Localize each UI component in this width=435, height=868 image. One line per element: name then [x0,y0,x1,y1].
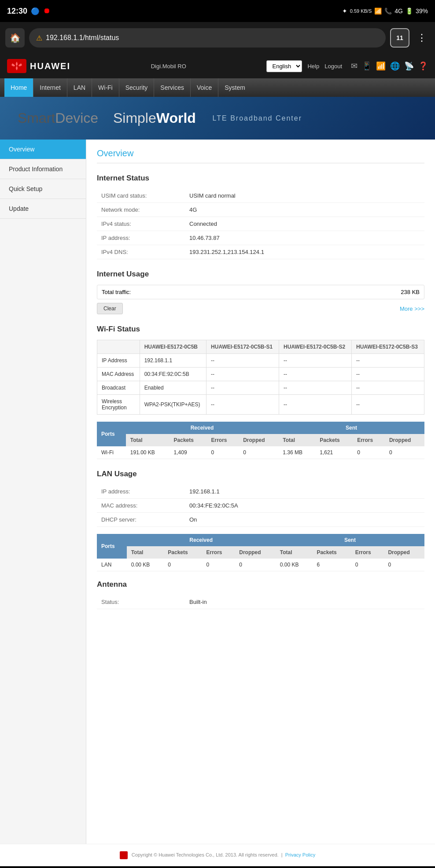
ip-address-value: 10.46.73.87 [185,231,424,245]
hero-smart-text: Smart [18,110,55,126]
wifi-status-icon: 📡 [404,61,414,71]
router-topbar: HUAWEI Digi.Mobil RO English Help Logout… [0,54,435,78]
wifi-header-row: HUAWEI-E5172-0C5B HUAWEI-E5172-0C5B-S1 H… [97,340,424,354]
usim-value: USIM card normal [185,189,424,203]
nav-system[interactable]: System [218,78,251,97]
router-page: HUAWEI Digi.Mobil RO English Help Logout… [0,54,435,866]
lan-ports-header-row: Ports Received Sent [97,534,424,546]
lan-sent-total: 0.00 KB [276,559,313,571]
language-select[interactable]: English [266,60,302,72]
network-mode-row: Network mode: 4G [97,203,424,217]
ports-subheader-row: Total Packets Errors Dropped Total Packe… [97,434,424,446]
lan-dhcp-value: On [185,513,424,527]
lan-rec-total-header: Total [127,546,164,559]
hero-banner: Smart Device Simple World LTE Broadband … [0,97,435,140]
logout-link[interactable]: Logout [324,63,342,70]
usim-label: USIM card status: [97,189,185,203]
nav-wifi[interactable]: Wi-Fi [92,78,119,97]
antenna-status-label: Status: [97,595,185,609]
lan-ports-col-header: Ports [97,534,127,559]
browser-menu-button[interactable]: ⋮ [414,32,430,44]
router-logo: HUAWEI [7,59,70,73]
wifi-col4: HUAWEI-E5172-0C5B-S3 [352,340,424,354]
wifi-ports-row: Wi-Fi 191.00 KB 1,409 0 0 1.36 MB 1,621 … [97,446,424,459]
network-icon: 4G [394,7,403,15]
nav-internet[interactable]: Internet [33,78,67,97]
security-warning-icon: ⚠ [36,34,42,42]
footer-logo-icon [120,851,128,859]
wifi-encryption-val1: WPA2-PSK(TKIP+AES) [140,395,206,415]
wifi-broadcast-row: Broadcast Enabled -- -- -- [97,381,424,395]
privacy-policy-link[interactable]: Privacy Policy [285,852,315,857]
browser-tabs-button[interactable]: 11 [390,28,409,48]
received-header: Received [126,422,278,434]
browser-bar: 🏠 ⚠ 192.168.1.1/html/status 11 ⋮ [0,22,435,54]
wifi-mac-val1: 00:34:FE:92:0C:5B [140,368,206,381]
sim-icon: 📱 [362,61,372,71]
wifi-encryption-row: WirelessEncryption WPA2-PSK(TKIP+AES) --… [97,395,424,415]
wifi-mac-val3: -- [279,368,352,381]
wifi-port-name: Wi-Fi [97,446,126,459]
wifi-ip-val2: -- [206,354,279,368]
internet-usage-title: Internet Usage [97,270,424,279]
network-mode-value: 4G [185,203,424,217]
rec-dropped-header: Dropped [239,434,278,446]
wifi-ip-val4: -- [352,354,424,368]
wifi-status-title: Wi-Fi Status [97,325,424,334]
ip-address-label: IP address: [97,231,185,245]
sidebar-item-overview[interactable]: Overview [0,140,86,159]
ipv4-status-row: IPv4 status: Connected [97,217,424,231]
wifi-mac-row: MAC Address 00:34:FE:92:0C:5B -- -- -- [97,368,424,381]
lan-port-name: LAN [97,559,127,571]
signal-bars-icon: 📶 [376,61,386,71]
network-mode-label: Network mode: [97,203,185,217]
sidebar-item-product-info[interactable]: Product Information [0,159,86,179]
ports-header-row: Ports Received Sent [97,422,424,434]
nav-security[interactable]: Security [119,78,155,97]
router-brand-name: HUAWEI [30,61,70,71]
wifi-sent-total: 1.36 MB [278,446,315,459]
url-text: 192.168.1.1/html/status [46,34,119,42]
wifi-encryption-val2: -- [206,395,279,415]
nav-voice[interactable]: Voice [191,78,218,97]
lan-sent-total-header: Total [276,546,313,559]
browser-url-bar[interactable]: ⚠ 192.168.1.1/html/status [29,28,386,48]
wifi-mac-label: MAC Address [97,368,140,381]
huawei-logo-icon [7,59,26,73]
ipv4-dns-label: IPv4 DNS: [97,245,185,259]
lan-usage-title: LAN Usage [97,470,424,478]
nav-lan[interactable]: LAN [67,78,92,97]
page-title: Overview [97,148,424,163]
main-content: Overview Internet Status USIM card statu… [86,140,435,844]
ipv4-dns-value: 193.231.252.1,213.154.124.1 [185,245,424,259]
hero-device-text: Device [55,110,106,126]
wifi-sent-dropped: 0 [385,446,424,459]
rec-total-header: Total [126,434,170,446]
lan-sent-packets: 6 [312,559,350,571]
sidebar-item-quick-setup[interactable]: Quick Setup [0,179,86,199]
total-traffic-row: Total traffic: 238 KB [97,285,424,299]
lan-ports-subheader-row: Total Packets Errors Dropped Total Packe… [97,546,424,559]
nav-services[interactable]: Services [154,78,191,97]
lan-ip-label: IP address: [97,485,185,499]
sent-errors-header: Errors [353,434,385,446]
clear-button[interactable]: Clear [97,303,123,314]
ipv4-status-label: IPv4 status: [97,217,185,231]
sent-header: Sent [278,422,424,434]
lan-rec-errors-header: Errors [202,546,235,559]
help-link[interactable]: Help [307,63,319,70]
browser-home-button[interactable]: 🏠 [5,28,25,48]
wifi-status-table: HUAWEI-E5172-0C5B HUAWEI-E5172-0C5B-S1 H… [97,340,424,415]
lan-mac-label: MAC address: [97,499,185,513]
speed-indicator: 0.59 KB/S [350,8,372,14]
router-mainnav: Home Internet LAN Wi-Fi Security Service… [0,78,435,97]
wifi-sent-packets: 1,621 [315,446,353,459]
lan-sent-dropped-header: Dropped [383,546,424,559]
ports-col-header: Ports [97,422,126,446]
nav-home[interactable]: Home [4,78,33,97]
battery-percent: 39% [416,7,428,15]
sidebar-item-update[interactable]: Update [0,199,86,219]
rec-errors-header: Errors [206,434,239,446]
wifi-encryption-val3: -- [279,395,352,415]
more-link[interactable]: More >>> [400,305,424,312]
